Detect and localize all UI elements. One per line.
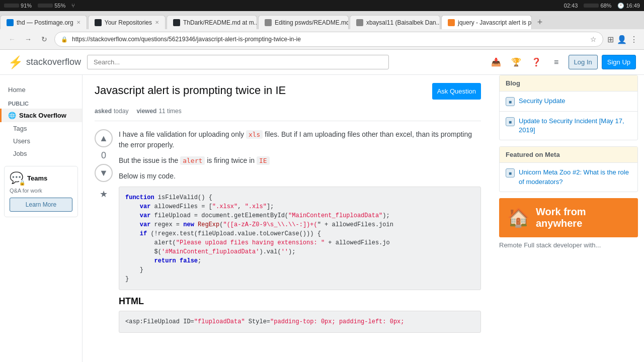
inbox-icon[interactable]: 📥 (488, 54, 504, 70)
learn-more-button[interactable]: Learn More (10, 198, 72, 212)
blog-header: Blog (500, 75, 637, 92)
extensions-icon[interactable]: ⊞ (607, 35, 614, 44)
tab-add-button[interactable]: + (533, 15, 547, 29)
code-line-10: } (125, 265, 474, 275)
tab-label-postimage: thd — Postimage.org (17, 19, 73, 26)
sidebar-so-label: Stack Overflow (19, 112, 66, 119)
teams-subtitle: Q&A for work (10, 188, 72, 194)
system-bar: 91% 55% ⑂ 02:43 68% 🕐 16:49 (0, 0, 644, 11)
blog-item-2: ■ Update to Security Incident [May 17, 2… (500, 112, 637, 140)
question-title: Javascript alert is prompting twice in I… (95, 83, 424, 98)
upvote-button[interactable]: ▲ (95, 129, 113, 147)
teams-box: 💬 🔒 Teams Q&A for work Learn More (4, 166, 78, 217)
menu-dots-icon[interactable]: ≡ (548, 54, 565, 70)
work-anywhere-icon: 🏠 (507, 207, 530, 228)
inline-code-alert: alert (180, 156, 205, 165)
tab-readme1[interactable]: ThDark/README.md at m... ✕ (167, 15, 257, 29)
so-logo[interactable]: ⚡ stackoverflow (8, 55, 81, 69)
blog-link-2[interactable]: Update to Security Incident [May 17, 201… (519, 117, 631, 135)
code-block-1: function isFileValid() { var allowedFile… (119, 187, 481, 290)
github-indicator: ⑂ (71, 3, 75, 9)
work-anywhere-box[interactable]: 🏠 Work from anywhere (499, 198, 638, 237)
refresh-button[interactable]: ↻ (38, 33, 50, 45)
question-body: ▲ 0 ▼ ★ I have a file validation for upl… (95, 129, 481, 339)
tab-postimage[interactable]: thd — Postimage.org ✕ (0, 15, 87, 29)
blog-item-1: ■ Security Update (500, 92, 637, 112)
featured-on-meta-box: Featured on Meta ■ Unicorn Meta Zoo #2: … (499, 146, 638, 192)
so-logo-icon: ⚡ (8, 55, 23, 69)
so-logo-text: stackoverflow (26, 57, 81, 67)
tab-favicon-readme1 (173, 19, 180, 26)
achievements-icon[interactable]: 🏆 (508, 54, 524, 70)
signup-button[interactable]: Sign Up (602, 55, 636, 69)
sidebar-item-stackoverflow[interactable]: 🌐 Stack Overflow (0, 109, 82, 122)
sidebar-item-home[interactable]: Home (0, 83, 82, 97)
ask-question-button[interactable]: Ask Question (432, 83, 481, 100)
forward-button[interactable]: → (22, 33, 34, 45)
featured-icon-1: ■ (506, 168, 515, 177)
sidebar-section-public: PUBLIC (0, 97, 82, 109)
bookmark-button[interactable]: ★ (95, 185, 113, 203)
sidebar-item-jobs[interactable]: Jobs (0, 147, 82, 160)
login-button[interactable]: Log In (569, 55, 598, 69)
so-body: Home PUBLIC 🌐 Stack Overflow Tags Users … (0, 75, 644, 362)
code-block-2: <asp:FileUpload ID="fluploadData" Style=… (119, 311, 481, 333)
tab-favicon-repos (95, 19, 102, 26)
tab-label-repos: Your Repositories (105, 19, 152, 26)
tab-editing[interactable]: Editing pswds/README.md... ✕ (258, 15, 349, 29)
featured-item-1: ■ Unicorn Meta Zoo #2: What is the role … (500, 163, 637, 191)
tab-label-so: jquery - Javascript alert is p... (458, 19, 532, 26)
so-globe-icon: 🌐 (8, 112, 16, 119)
code-line-1: function isFileValid() { (125, 193, 474, 202)
question-para1: I have a file validation for uploading o… (119, 129, 481, 150)
meta-viewed: viewed 11 times (136, 108, 181, 115)
tab-close-postimage[interactable]: ✕ (76, 20, 80, 25)
question-para3: Below is my code. (119, 171, 481, 182)
tab-favicon-editing (265, 19, 272, 26)
tab-repos[interactable]: Your Repositories ✕ (88, 15, 166, 29)
tab-close-repos[interactable]: ✕ (155, 20, 159, 25)
back-button[interactable]: ← (6, 33, 18, 45)
search-input[interactable] (87, 55, 389, 69)
sidebar-item-tags[interactable]: Tags (0, 122, 82, 135)
bookmark-star-icon[interactable]: ☆ (590, 35, 597, 43)
inline-code-xls: xls (246, 130, 263, 139)
so-right-sidebar: Blog ■ Security Update ■ Update to Secur… (493, 75, 644, 362)
meta-asked: asked today (95, 108, 128, 115)
teams-lock-icon: 🔒 (19, 180, 25, 186)
sidebar-item-users[interactable]: Users (0, 135, 82, 147)
question-meta: asked today viewed 11 times (95, 108, 481, 121)
featured-link-1[interactable]: Unicorn Meta Zoo #2: What is the role of… (519, 168, 631, 186)
tab-so-active[interactable]: jquery - Javascript alert is p... ✕ (441, 15, 532, 29)
so-header: ⚡ stackoverflow 📥 🏆 ❓ ≡ Log In Sign Up (0, 50, 644, 75)
code-line-4: var regex = new RegExp("([a-zA-Z0-9\s_\\… (125, 220, 474, 229)
battery1-pct: 91% (4, 3, 32, 9)
tab-xbaysal[interactable]: xbaysal11 (Baisalbek Dan... ✕ (350, 15, 440, 29)
so-header-right: 📥 🏆 ❓ ≡ Log In Sign Up (488, 54, 636, 70)
work-anywhere-text: Work from anywhere (536, 206, 630, 229)
menu-icon[interactable]: ⋮ (630, 35, 638, 44)
so-search-container (87, 55, 389, 69)
battery3: 68% (584, 3, 611, 9)
sys-left: 91% 55% ⑂ (4, 3, 75, 9)
blog-link-1[interactable]: Security Update (519, 97, 566, 106)
code-line-2: var allowedFiles = [".xlsx", ".xls"]; (125, 202, 474, 211)
browser-actions: ⊞ 👤 ⋮ (607, 35, 638, 44)
profile-icon[interactable]: 👤 (617, 35, 627, 44)
clock-time: 02:43 (564, 3, 578, 9)
browser-chrome: thd — Postimage.org ✕ Your Repositories … (0, 11, 644, 50)
tab-label-readme1: ThDark/README.md at m... (183, 19, 257, 26)
url-bar[interactable]: 🔒 https://stackoverflow.com/questions/56… (54, 32, 603, 47)
html-label: HTML (119, 296, 481, 307)
help-icon[interactable]: ❓ (528, 54, 544, 70)
question-header: Javascript alert is prompting twice in I… (95, 83, 481, 100)
downvote-button[interactable]: ▼ (95, 164, 113, 182)
lock-icon: 🔒 (61, 36, 68, 43)
tab-label-editing: Editing pswds/README.md... (275, 19, 349, 26)
teams-header: 💬 🔒 Teams (10, 171, 72, 185)
tab-favicon-so (448, 19, 455, 26)
blog-icon-2: ■ (506, 117, 515, 126)
so-sidebar: Home PUBLIC 🌐 Stack Overflow Tags Users … (0, 75, 83, 362)
sys-right: 02:43 68% 🕐 16:49 (564, 3, 640, 9)
code-line-html1: <asp:FileUpload ID="fluploadData" Style=… (125, 317, 474, 326)
